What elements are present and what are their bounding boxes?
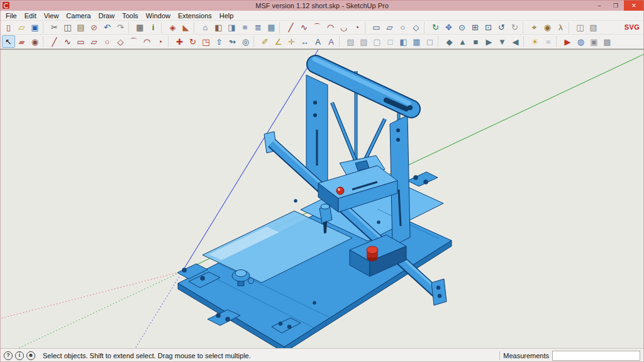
rotated-rectangle-icon[interactable]: ▱ bbox=[383, 21, 396, 34]
eraser-tool-icon[interactable]: ▰ bbox=[15, 35, 28, 48]
pie-tool2-icon[interactable]: ◔ bbox=[153, 35, 167, 48]
sign-in-icon[interactable]: ☻ bbox=[26, 351, 35, 360]
minimize-button[interactable]: – bbox=[591, 0, 608, 11]
zoom-extents-icon[interactable]: ⊡ bbox=[482, 21, 495, 34]
iso-view-icon[interactable]: ◆ bbox=[443, 35, 456, 48]
layers-tray-icon[interactable]: ≡ bbox=[238, 21, 252, 34]
materials-tray-icon[interactable]: ◧ bbox=[212, 21, 225, 34]
menu-window[interactable]: Window bbox=[142, 11, 174, 20]
shaded-style-icon[interactable]: ◧ bbox=[397, 35, 410, 48]
rotated-rectangle2-icon[interactable]: ▱ bbox=[87, 35, 101, 48]
text-tool-icon[interactable]: A bbox=[311, 35, 325, 48]
line-tool2-icon[interactable]: ╱ bbox=[48, 35, 61, 48]
follow-me-icon[interactable]: ↬ bbox=[226, 35, 239, 48]
make-component-icon[interactable]: ◈ bbox=[166, 21, 179, 34]
previous-view-icon[interactable]: ↺ bbox=[495, 21, 508, 34]
menu-file[interactable]: File bbox=[2, 11, 21, 20]
protractor-icon[interactable]: ∠ bbox=[272, 35, 285, 48]
position-camera-icon[interactable]: ⌖ bbox=[528, 21, 541, 34]
menu-tools[interactable]: Tools bbox=[118, 11, 142, 20]
styles-tray-icon[interactable]: ◨ bbox=[225, 21, 238, 34]
cut-icon[interactable]: ✂ bbox=[48, 21, 61, 34]
maximize-button[interactable]: ❐ bbox=[608, 0, 624, 11]
left-view-icon[interactable]: ◀ bbox=[509, 35, 522, 48]
line-tool-icon[interactable]: ╱ bbox=[284, 21, 297, 34]
pie-tool-icon[interactable]: ◔ bbox=[350, 21, 364, 34]
offset-tool-icon[interactable]: ◎ bbox=[239, 35, 252, 48]
polygon-tool2-icon[interactable]: ◇ bbox=[114, 35, 127, 48]
pan-tool-icon[interactable]: ✥ bbox=[442, 21, 455, 34]
arc-tool-icon[interactable]: ⌒ bbox=[311, 21, 324, 34]
fog-toggle-icon[interactable]: ≈ bbox=[541, 35, 555, 48]
viewport-3d[interactable] bbox=[0, 49, 644, 348]
menu-extensions[interactable]: Extensions bbox=[174, 11, 216, 20]
model-msf-fixture[interactable] bbox=[177, 59, 452, 348]
menu-camera[interactable]: Camera bbox=[62, 11, 94, 20]
zoom-window-icon[interactable]: ⊞ bbox=[469, 21, 482, 34]
tape-measure-icon[interactable]: ✐ bbox=[258, 35, 272, 48]
polygon-tool-icon[interactable]: ◇ bbox=[409, 21, 423, 34]
x-ray-style-icon[interactable]: ▨ bbox=[344, 35, 357, 48]
paste-icon[interactable]: ▤ bbox=[74, 21, 87, 34]
right-view-icon[interactable]: ▶ bbox=[482, 35, 496, 48]
components-tray-icon[interactable]: ⌂ bbox=[199, 21, 212, 34]
wireframe-style-icon[interactable]: ▢ bbox=[370, 35, 384, 48]
monochrome-style-icon[interactable]: ◻ bbox=[423, 35, 436, 48]
dimension-tool-icon[interactable]: ↔ bbox=[298, 35, 311, 48]
axes-tool-icon[interactable]: ✛ bbox=[285, 35, 298, 48]
shadows-toggle-icon[interactable]: ☀ bbox=[528, 35, 541, 48]
viewport-canvas[interactable] bbox=[0, 49, 644, 348]
freehand-tool2-icon[interactable]: ∿ bbox=[61, 35, 74, 48]
extension-icon-2[interactable]: ▩ bbox=[601, 35, 614, 48]
scenes-tray-icon[interactable]: ▦ bbox=[265, 21, 278, 34]
next-view-icon[interactable]: ↻ bbox=[508, 21, 521, 34]
freehand-tool-icon[interactable]: ∿ bbox=[297, 21, 311, 34]
top-view-icon[interactable]: ▲ bbox=[456, 35, 469, 48]
menu-view[interactable]: View bbox=[40, 11, 63, 20]
section-plane-icon[interactable]: ◫ bbox=[574, 21, 587, 34]
new-file-icon[interactable]: ▯ bbox=[2, 21, 15, 34]
three-d-text-icon[interactable]: A bbox=[325, 35, 338, 48]
back-edges-style-icon[interactable]: ▧ bbox=[357, 35, 370, 48]
move-tool-icon[interactable]: ✚ bbox=[173, 35, 186, 48]
shaded-textures-style-icon[interactable]: ▦ bbox=[410, 35, 423, 48]
open-folder-icon[interactable]: ▱ bbox=[15, 21, 28, 34]
walk-tool-icon[interactable]: λ bbox=[554, 21, 567, 34]
rotate-tool-icon[interactable]: ↻ bbox=[186, 35, 199, 48]
menu-help[interactable]: Help bbox=[216, 11, 238, 20]
back-view-icon[interactable]: ▼ bbox=[496, 35, 509, 48]
extension-icon-1[interactable]: ▣ bbox=[587, 35, 601, 48]
section-fill-icon[interactable]: ▧ bbox=[587, 21, 600, 34]
undo-icon[interactable]: ↶ bbox=[101, 21, 114, 34]
play-animation-icon[interactable]: ▶ bbox=[561, 35, 574, 48]
save-icon[interactable]: ▣ bbox=[28, 21, 42, 34]
menu-draw[interactable]: Draw bbox=[94, 11, 118, 20]
zoom-tool-icon[interactable]: ⊙ bbox=[455, 21, 469, 34]
circle-tool-icon[interactable]: ○ bbox=[396, 21, 409, 34]
menu-edit[interactable]: Edit bbox=[21, 11, 40, 20]
copy-icon[interactable]: ◫ bbox=[61, 21, 74, 34]
measurements-input[interactable] bbox=[552, 351, 640, 361]
print-icon[interactable]: ▦ bbox=[133, 21, 147, 34]
orbit-tool-icon[interactable]: ↻ bbox=[429, 21, 442, 34]
arc-tool2-icon[interactable]: ⌒ bbox=[127, 35, 140, 48]
front-view-icon[interactable]: ■ bbox=[469, 35, 482, 48]
erase-icon[interactable]: ⊘ bbox=[87, 21, 101, 34]
paint-bucket-icon[interactable]: ◣ bbox=[179, 21, 192, 34]
look-around-icon[interactable]: ◉ bbox=[541, 21, 554, 34]
circle-tool2-icon[interactable]: ○ bbox=[101, 35, 114, 48]
svg-export-button[interactable]: SVG bbox=[622, 21, 642, 34]
redo-icon[interactable]: ↷ bbox=[114, 21, 127, 34]
hidden-line-style-icon[interactable]: □ bbox=[384, 35, 397, 48]
paint-bucket2-icon[interactable]: ◉ bbox=[28, 35, 42, 48]
scale-tool-icon[interactable]: ◳ bbox=[199, 35, 213, 48]
three-point-arc-icon[interactable]: ◡ bbox=[337, 21, 350, 34]
credits-info-icon[interactable]: i bbox=[15, 351, 24, 360]
two-point-arc-icon[interactable]: ◠ bbox=[324, 21, 337, 34]
geolocation-help-icon[interactable]: ? bbox=[4, 351, 13, 360]
rectangle-tool2-icon[interactable]: ▭ bbox=[74, 35, 87, 48]
two-point-arc2-icon[interactable]: ◠ bbox=[140, 35, 153, 48]
close-button[interactable]: ✕ bbox=[624, 0, 644, 11]
model-info-icon[interactable]: i bbox=[147, 21, 160, 34]
rectangle-tool-icon[interactable]: ▭ bbox=[370, 21, 383, 34]
